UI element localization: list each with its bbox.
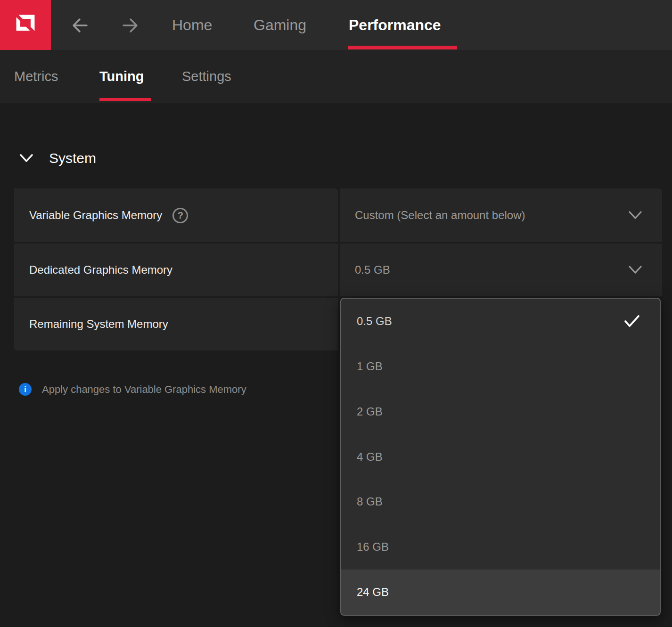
dropdown-option-1gb[interactable]: 1 GB: [341, 344, 660, 389]
note-text: Apply changes to Variable Graphics Memor…: [42, 383, 246, 396]
selected-value: Custom (Select an amount below): [355, 188, 525, 242]
selected-value: 0.5 GB: [355, 244, 390, 296]
top-navigation-bar: Home Gaming Performance: [0, 0, 672, 50]
active-subtab-underline: [99, 98, 151, 101]
nav-tab-gaming[interactable]: Gaming: [254, 0, 306, 50]
back-arrow-icon[interactable]: [69, 16, 89, 35]
forward-arrow-icon[interactable]: [122, 16, 141, 35]
dropdown-option-4gb[interactable]: 4 GB: [341, 434, 660, 480]
option-label: 1 GB: [357, 360, 383, 373]
option-label: 8 GB: [357, 495, 383, 508]
app-window: Home Gaming Performance Metrics Tuning S…: [0, 0, 672, 627]
dedicated-graphics-memory-select[interactable]: 0.5 GB: [340, 244, 662, 296]
subtab-settings[interactable]: Settings: [182, 50, 231, 103]
apply-changes-note: i Apply changes to Variable Graphics Mem…: [19, 383, 246, 396]
dropdown-option-0-5gb[interactable]: 0.5 GB: [341, 299, 660, 344]
dropdown-option-24gb[interactable]: 24 GB: [341, 570, 660, 615]
active-tab-underline: [348, 46, 457, 49]
nav-tab-home[interactable]: Home: [172, 0, 212, 50]
setting-label-variable-graphics-memory: Variable Graphics Memory ?: [14, 188, 338, 242]
option-label: 0.5 GB: [357, 315, 392, 328]
option-label: 4 GB: [357, 450, 383, 464]
dropdown-option-16gb[interactable]: 16 GB: [341, 524, 660, 570]
setting-label-text: Dedicated Graphics Memory: [29, 263, 172, 277]
system-section-header[interactable]: System: [19, 148, 96, 169]
subtab-metrics[interactable]: Metrics: [14, 50, 58, 103]
option-label: 2 GB: [357, 405, 383, 418]
setting-label-dedicated-graphics-memory: Dedicated Graphics Memory: [14, 244, 338, 296]
info-icon: i: [19, 383, 32, 396]
setting-label-text: Variable Graphics Memory: [29, 209, 162, 222]
checkmark-icon: [624, 315, 640, 328]
dropdown-option-8gb[interactable]: 8 GB: [341, 479, 660, 524]
performance-subtab-bar: Metrics Tuning Settings: [0, 50, 672, 103]
chevron-down-icon: [628, 211, 642, 220]
dropdown-option-2gb[interactable]: 2 GB: [341, 389, 660, 434]
memory-amount-dropdown: 0.5 GB 1 GB 2 GB 4 GB 8 GB 16 GB 24 GB: [340, 298, 661, 616]
chevron-down-icon: [19, 153, 34, 163]
setting-label-remaining-system-memory: Remaining System Memory: [14, 298, 338, 350]
section-title: System: [49, 150, 96, 166]
nav-tab-performance[interactable]: Performance: [349, 0, 441, 50]
amd-arrow-icon: [14, 12, 37, 38]
option-label: 24 GB: [357, 586, 389, 599]
setting-label-text: Remaining System Memory: [29, 318, 168, 331]
option-label: 16 GB: [357, 540, 389, 554]
chevron-down-icon: [628, 266, 642, 274]
help-icon[interactable]: ?: [172, 208, 188, 223]
subtab-tuning[interactable]: Tuning: [99, 50, 144, 103]
variable-graphics-memory-select[interactable]: Custom (Select an amount below): [340, 188, 662, 242]
amd-logo[interactable]: [0, 0, 51, 50]
